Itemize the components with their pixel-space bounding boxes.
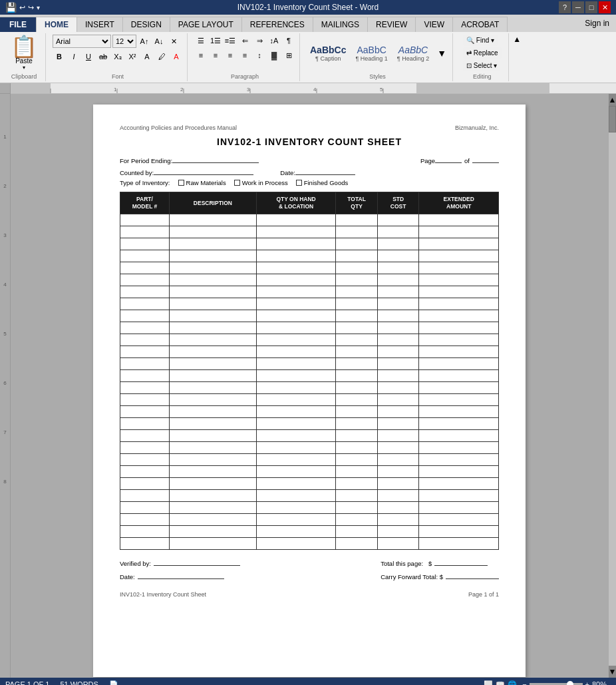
table-cell[interactable]: [377, 226, 419, 238]
text-effects-button[interactable]: A: [140, 51, 154, 63]
table-cell[interactable]: [169, 442, 256, 454]
table-cell[interactable]: [120, 466, 170, 478]
tab-insert[interactable]: INSERT: [77, 17, 123, 32]
font-size-select[interactable]: 12: [112, 35, 136, 48]
table-cell[interactable]: [377, 298, 419, 310]
table-cell[interactable]: [120, 514, 170, 526]
table-cell[interactable]: [336, 274, 378, 286]
table-cell[interactable]: [377, 322, 419, 334]
table-cell[interactable]: [256, 322, 335, 334]
table-cell[interactable]: [120, 442, 170, 454]
table-cell[interactable]: [120, 502, 170, 514]
tab-references[interactable]: REFERENCES: [242, 17, 313, 32]
date-field[interactable]: [295, 167, 355, 175]
font-color-button[interactable]: A: [170, 51, 183, 63]
redo-icon[interactable]: ↪: [28, 3, 34, 12]
tab-home[interactable]: HOME: [37, 17, 77, 32]
period-ending-field[interactable]: [172, 155, 259, 163]
align-right-button[interactable]: ≡: [224, 49, 237, 61]
table-cell[interactable]: [419, 466, 499, 478]
table-row[interactable]: [120, 538, 499, 550]
table-row[interactable]: [120, 298, 499, 310]
table-cell[interactable]: [336, 358, 378, 370]
table-cell[interactable]: [336, 346, 378, 358]
table-cell[interactable]: [256, 358, 335, 370]
table-cell[interactable]: [169, 502, 256, 514]
align-center-button[interactable]: ≡: [209, 49, 222, 61]
table-cell[interactable]: [419, 370, 499, 382]
table-row[interactable]: [120, 502, 499, 514]
table-cell[interactable]: [120, 238, 170, 250]
scroll-thumb[interactable]: [609, 106, 616, 132]
table-row[interactable]: [120, 286, 499, 298]
table-cell[interactable]: [256, 370, 335, 382]
scroll-track[interactable]: [609, 106, 616, 666]
table-row[interactable]: [120, 394, 499, 406]
table-cell[interactable]: [120, 358, 170, 370]
scroll-down-button[interactable]: ▼: [609, 666, 616, 678]
subscript-button[interactable]: X₂: [111, 51, 124, 63]
table-cell[interactable]: [336, 406, 378, 418]
table-cell[interactable]: [256, 430, 335, 442]
table-cell[interactable]: [120, 214, 170, 226]
table-cell[interactable]: [169, 346, 256, 358]
table-cell[interactable]: [419, 322, 499, 334]
table-cell[interactable]: [377, 262, 419, 274]
tab-page-layout[interactable]: PAGE LAYOUT: [170, 17, 242, 32]
italic-button[interactable]: I: [67, 51, 80, 63]
table-cell[interactable]: [377, 382, 419, 394]
table-cell[interactable]: [169, 406, 256, 418]
shading-button[interactable]: ▓: [267, 49, 281, 61]
table-cell[interactable]: [120, 322, 170, 334]
table-cell[interactable]: [377, 238, 419, 250]
table-cell[interactable]: [377, 526, 419, 538]
table-cell[interactable]: [377, 334, 419, 346]
table-cell[interactable]: [256, 286, 335, 298]
table-cell[interactable]: [256, 454, 335, 466]
raw-materials-checkbox[interactable]: [178, 180, 184, 186]
table-cell[interactable]: [419, 526, 499, 538]
table-cell[interactable]: [169, 214, 256, 226]
table-cell[interactable]: [256, 394, 335, 406]
table-cell[interactable]: [419, 490, 499, 502]
table-cell[interactable]: [256, 226, 335, 238]
table-cell[interactable]: [256, 262, 335, 274]
table-cell[interactable]: [419, 442, 499, 454]
table-cell[interactable]: [256, 418, 335, 430]
carry-forward-field[interactable]: [446, 571, 499, 579]
table-cell[interactable]: [256, 526, 335, 538]
table-cell[interactable]: [419, 514, 499, 526]
sort-button[interactable]: ↕A: [267, 35, 281, 47]
table-cell[interactable]: [419, 298, 499, 310]
table-cell[interactable]: [169, 514, 256, 526]
decrease-indent-button[interactable]: ⇐: [238, 35, 251, 47]
table-cell[interactable]: [377, 502, 419, 514]
table-cell[interactable]: [419, 334, 499, 346]
table-cell[interactable]: [377, 490, 419, 502]
superscript-button[interactable]: X²: [126, 51, 139, 63]
align-left-button[interactable]: ≡: [194, 49, 208, 61]
table-cell[interactable]: [169, 454, 256, 466]
tab-design[interactable]: DESIGN: [123, 17, 170, 32]
bullets-button[interactable]: ☰: [194, 35, 208, 47]
table-cell[interactable]: [336, 334, 378, 346]
styles-expand-button[interactable]: ▼: [435, 47, 448, 59]
table-cell[interactable]: [336, 322, 378, 334]
numbering-button[interactable]: 1☰: [209, 35, 222, 47]
table-cell[interactable]: [419, 406, 499, 418]
web-layout-icon[interactable]: 🌐: [508, 680, 517, 686]
table-cell[interactable]: [120, 394, 170, 406]
zoom-in-button[interactable]: +: [585, 680, 589, 685]
shrink-font-button[interactable]: A↓: [152, 35, 166, 47]
table-row[interactable]: [120, 430, 499, 442]
line-spacing-button[interactable]: ↕: [253, 49, 266, 61]
table-cell[interactable]: [419, 454, 499, 466]
table-cell[interactable]: [336, 214, 378, 226]
table-cell[interactable]: [256, 214, 335, 226]
tab-view[interactable]: VIEW: [416, 17, 453, 32]
table-cell[interactable]: [377, 478, 419, 490]
table-cell[interactable]: [419, 418, 499, 430]
table-cell[interactable]: [419, 394, 499, 406]
table-cell[interactable]: [419, 346, 499, 358]
table-cell[interactable]: [120, 526, 170, 538]
